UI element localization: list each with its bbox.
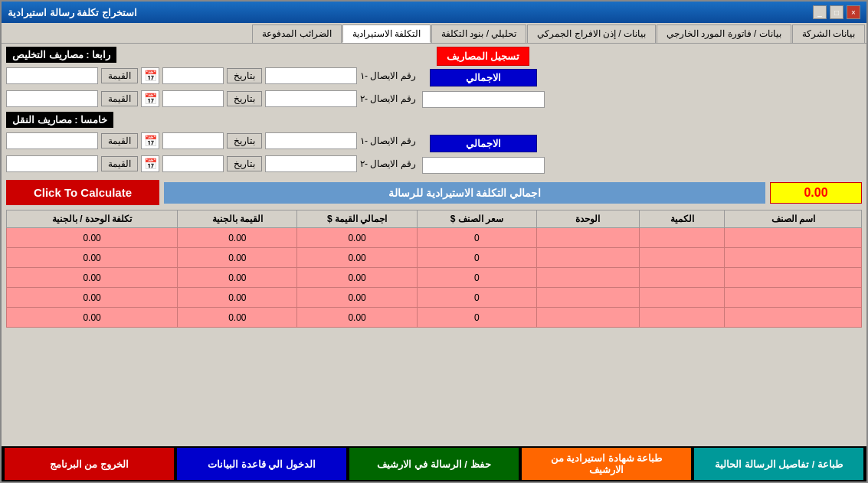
table-row: 00.000.000.00: [7, 248, 862, 268]
fourth-receipt-label-1: رقم الايصال -١: [360, 70, 416, 81]
table-cell[interactable]: 0.00: [178, 288, 297, 308]
calculate-button[interactable]: Click To Calculate: [6, 180, 159, 205]
col-header-egp: القيمة بالجنية: [178, 210, 297, 228]
fourth-row-2: رقم الايصال -٢ بتاريخ 📅 القيمة: [6, 90, 416, 107]
section-fourth: تسجيل المصاريف الاجمالي رابعا : مصاريف ا…: [6, 47, 862, 110]
titlebar: × □ _ استخراج تكلفة رسالة استيرادية: [2, 2, 866, 23]
tab-taxes[interactable]: الضرائب المدفوعة: [252, 24, 341, 43]
fourth-value-label-2: القيمة: [101, 91, 138, 106]
table-cell[interactable]: 0.00: [7, 288, 178, 308]
col-header-price: سعر الصنف $: [417, 210, 536, 228]
table-cell[interactable]: [725, 288, 862, 308]
table-cell[interactable]: 0.00: [178, 308, 297, 328]
window-controls[interactable]: × □ _: [813, 5, 860, 19]
minimize-btn[interactable]: _: [813, 5, 827, 19]
col-header-name: اسم الصنف: [725, 210, 862, 228]
table-cell[interactable]: 0.00: [297, 288, 417, 308]
table-cell[interactable]: [536, 308, 639, 328]
table-cell[interactable]: 0.00: [178, 248, 297, 268]
print-current-btn[interactable]: طباعة / تفاصيل الرسالة الحالية: [694, 448, 863, 480]
table-cell[interactable]: [639, 288, 725, 308]
print-archive-btn[interactable]: طباعة شهادة استيرادية من الارشيف: [522, 448, 691, 480]
table-cell[interactable]: [639, 228, 725, 248]
database-btn[interactable]: الدخول الي قاعدة البيانات: [177, 448, 346, 480]
register-expenses-btn[interactable]: تسجيل المصاريف: [437, 47, 530, 66]
main-content: تسجيل المصاريف الاجمالي رابعا : مصاريف ا…: [2, 44, 866, 446]
fifth-date-input-2[interactable]: [162, 155, 224, 172]
table-cell[interactable]: 0: [417, 268, 536, 288]
fourth-value-label-1: القيمة: [101, 68, 138, 83]
table-cell[interactable]: 0.00: [297, 248, 417, 268]
items-table: اسم الصنف الكمية الوحدة سعر الصنف $ اجما…: [6, 210, 862, 328]
table-cell[interactable]: [536, 268, 639, 288]
table-cell[interactable]: 0.00: [7, 248, 178, 268]
fourth-receipt-1[interactable]: [265, 67, 357, 84]
fourth-date-label-1: بتاريخ: [227, 68, 262, 83]
window-title: استخراج تكلفة رسالة استيرادية: [8, 7, 137, 18]
table-cell[interactable]: [725, 268, 862, 288]
table-cell[interactable]: 0: [417, 228, 536, 248]
table-cell[interactable]: 0.00: [297, 228, 417, 248]
save-archive-btn[interactable]: حفظ / الرسالة في الارشيف: [349, 448, 519, 480]
fourth-calendar-1[interactable]: 📅: [141, 67, 159, 84]
col-header-total: اجمالي القيمة $: [297, 210, 417, 228]
fourth-calendar-2[interactable]: 📅: [141, 90, 159, 107]
fifth-calendar-2[interactable]: 📅: [141, 155, 159, 172]
fifth-total-input[interactable]: [422, 157, 545, 174]
table-cell[interactable]: 0: [417, 288, 536, 308]
col-header-unit: الوحدة: [536, 210, 639, 228]
section-fifth: الاجمالي خامسا : مصاريف النقل رقم الايصا…: [6, 112, 862, 175]
table-cell[interactable]: 0.00: [178, 228, 297, 248]
fifth-row-1: رقم الايصال -١ بتاريخ 📅 القيمة: [6, 132, 416, 149]
fourth-date-input-1[interactable]: [162, 67, 224, 84]
bottom-bar: طباعة / تفاصيل الرسالة الحالية طباعة شها…: [2, 446, 866, 481]
table-cell[interactable]: 0.00: [7, 308, 178, 328]
table-cell[interactable]: 0.00: [297, 308, 417, 328]
table-cell[interactable]: [639, 268, 725, 288]
tab-cost[interactable]: التكلفة الاستيرادية: [342, 24, 431, 43]
fourth-value-input-1[interactable]: [6, 67, 98, 84]
total-label: اجمالي التكلفة الاستيرادية للرسالة: [164, 182, 765, 204]
fifth-date-label-2: بتاريخ: [227, 156, 262, 171]
fifth-date-input-1[interactable]: [162, 132, 224, 149]
table-cell[interactable]: [725, 228, 862, 248]
fifth-receipt-2[interactable]: [265, 155, 357, 172]
table-cell[interactable]: [536, 248, 639, 268]
table-cell[interactable]: [536, 288, 639, 308]
fourth-receipt-label-2: رقم الايصال -٢: [360, 93, 416, 104]
table-cell[interactable]: 0.00: [7, 268, 178, 288]
fifth-value-input-1[interactable]: [6, 132, 98, 149]
table-row: 00.000.000.00: [7, 268, 862, 288]
fifth-row-2: رقم الايصال -٢ بتاريخ 📅 القيمة: [6, 155, 416, 172]
table-cell[interactable]: 0.00: [7, 228, 178, 248]
table-cell[interactable]: [725, 308, 862, 328]
maximize-btn[interactable]: □: [830, 5, 843, 19]
fifth-value-input-2[interactable]: [6, 155, 98, 172]
tab-company[interactable]: بيانات الشركة: [792, 24, 865, 43]
table-cell[interactable]: 0.00: [297, 268, 417, 288]
fifth-receipt-label-2: رقم الايصال -٢: [360, 158, 416, 169]
tab-supplier[interactable]: بيانات / فاتورة المورد الخارجي: [657, 24, 791, 43]
table-cell[interactable]: [536, 228, 639, 248]
col-header-unit-cost: تكلفة الوحدة / بالجنية: [7, 210, 178, 228]
fourth-value-input-2[interactable]: [6, 90, 98, 107]
table-cell[interactable]: [639, 248, 725, 268]
fifth-value-label-2: القيمة: [101, 156, 138, 171]
table-cell[interactable]: [725, 248, 862, 268]
fourth-receipt-2[interactable]: [265, 90, 357, 107]
fourth-header: رابعا : مصاريف التخليص: [6, 47, 116, 63]
fifth-receipt-1[interactable]: [265, 132, 357, 149]
close-btn[interactable]: ×: [847, 5, 860, 19]
fourth-total: الاجمالي: [430, 69, 537, 86]
table-cell[interactable]: 0: [417, 248, 536, 268]
fourth-date-input-2[interactable]: [162, 90, 224, 107]
table-cell[interactable]: 0.00: [178, 268, 297, 288]
fifth-calendar-1[interactable]: 📅: [141, 132, 159, 149]
table-cell[interactable]: [639, 308, 725, 328]
total-area: 0.00 اجمالي التكلفة الاستيرادية للرسالة …: [6, 180, 862, 205]
tab-analysis[interactable]: تحليلي / بنود التكلفة: [431, 24, 526, 43]
table-cell[interactable]: 0: [417, 308, 536, 328]
tab-customs[interactable]: بيانات / إذن الافراج الجمركي: [527, 24, 656, 43]
exit-btn[interactable]: الخروج من البرنامج: [5, 448, 174, 480]
fourth-total-input[interactable]: [422, 91, 545, 108]
